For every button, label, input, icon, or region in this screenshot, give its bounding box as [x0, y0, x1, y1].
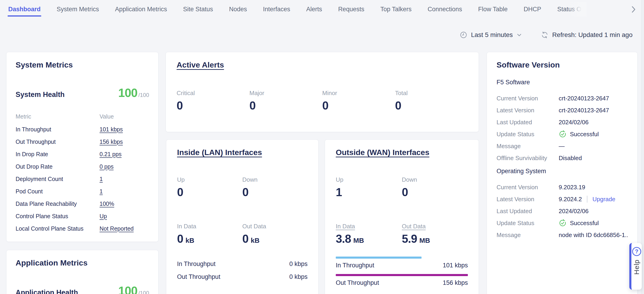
- nav-tab-label: System Metrics: [57, 6, 99, 13]
- interface-data-number: 0: [242, 232, 248, 245]
- system-health-score: 100/100: [118, 86, 149, 100]
- system-health-value: 100: [118, 86, 138, 99]
- interface-updown-stat: Down 0: [402, 176, 468, 199]
- throughput-bar: [336, 274, 468, 276]
- nav-tab-requests[interactable]: Requests: [338, 2, 364, 17]
- software-version-card: Software Version F5 Software Current Ver…: [487, 52, 638, 294]
- nav-tab-interfaces[interactable]: Interfaces: [263, 2, 290, 17]
- nav-tab-connections[interactable]: Connections: [428, 2, 462, 17]
- metric-table-row: Data Plane Reachability 100%: [16, 198, 149, 210]
- application-health-row: Application Health 100/100: [16, 284, 149, 294]
- alert-stat-value: 0: [322, 99, 395, 112]
- application-health-label: Application Health: [16, 288, 78, 294]
- active-alerts-title-link[interactable]: Active Alerts: [176, 60, 224, 69]
- software-row-label: Update Status: [496, 131, 559, 138]
- interface-data-stat: Out Data 0 kB: [242, 223, 308, 245]
- software-row-label: Current Version: [496, 95, 559, 102]
- interface-updown-stat: Up 0: [177, 176, 242, 199]
- metric-table-row: Pod Count 1: [16, 185, 149, 198]
- system-metrics-table-body: In Throughput 101 kbps Out Throughput 15…: [16, 123, 149, 235]
- nav-tab-label: DHCP: [524, 6, 541, 13]
- interface-data-stat: In Data 0 kB: [177, 223, 242, 245]
- metric-value-link[interactable]: Up: [100, 213, 107, 220]
- interface-updown-stat: Up 1: [336, 176, 402, 199]
- interface-data-label[interactable]: Out Data: [402, 223, 426, 230]
- interface-data-value: 5.9 MB: [402, 232, 468, 245]
- metric-value-link[interactable]: 1: [100, 188, 103, 195]
- clock-icon: [460, 31, 467, 39]
- help-question-icon: ?: [632, 247, 642, 256]
- interface-updown-stat: Down 0: [242, 176, 308, 199]
- metric-name: Out Drop Rate: [16, 163, 100, 170]
- nav-tab-status-objects[interactable]: Status Objects: [557, 2, 587, 17]
- lan-interfaces-card: Inside (LAN) Interfaces Up 0 Down 0 In D…: [166, 139, 318, 294]
- lan-interfaces-title-link[interactable]: Inside (LAN) Interfaces: [177, 148, 262, 157]
- metric-name: In Drop Rate: [16, 151, 100, 158]
- software-row-value: crt-20240123-2647: [559, 95, 609, 102]
- nav-tab-label: Application Metrics: [115, 6, 167, 13]
- metric-table-row: Deployment Count 1: [16, 173, 149, 185]
- nav-tab-system-metrics[interactable]: System Metrics: [57, 2, 99, 17]
- nav-tab-dhcp[interactable]: DHCP: [524, 2, 541, 17]
- throughput-label: Out Throughput: [177, 273, 220, 281]
- wan-interfaces-title-link[interactable]: Outside (WAN) Interfaces: [336, 148, 429, 157]
- software-row-value: crt-20240123-2647: [559, 107, 609, 114]
- application-metrics-card: Application Metrics Application Health 1…: [6, 250, 158, 294]
- nav-overflow-button[interactable]: [632, 6, 636, 13]
- nav-tab-top-talkers[interactable]: Top Talkers: [380, 2, 412, 17]
- upgrade-link[interactable]: Upgrade: [592, 196, 615, 203]
- interface-updown-label: Up: [177, 176, 242, 183]
- nav-tab-dashboard[interactable]: Dashboard: [8, 2, 40, 17]
- system-health-max: /100: [138, 92, 149, 98]
- metric-value-link[interactable]: 101 kbps: [100, 126, 123, 133]
- system-health-row: System Health 100/100: [16, 86, 149, 100]
- software-row-value: Successful: [570, 220, 599, 227]
- metric-name: Local Control Plane Status: [16, 225, 100, 232]
- alert-stat: Major 0: [250, 90, 322, 112]
- time-range-selector[interactable]: Last 5 minutes: [460, 31, 521, 39]
- interface-data-unit: MB: [354, 237, 364, 244]
- software-section-heading: Operating System: [496, 168, 628, 175]
- software-row: Current Version 9.2023.19: [496, 181, 628, 193]
- software-row: Current Version crt-20240123-2647: [496, 92, 628, 104]
- help-button[interactable]: ? Help: [629, 243, 642, 290]
- software-row: Latest Version crt-20240123-2647: [496, 104, 628, 116]
- application-metrics-title: Application Metrics: [16, 258, 88, 267]
- metric-table-row: In Throughput 101 kbps: [16, 123, 149, 135]
- system-metrics-table: Metric Value In Throughput 101 kbps Out …: [16, 112, 149, 235]
- refresh-label: Refresh: Updated 1 min ago: [552, 31, 632, 39]
- nav-tab-nodes[interactable]: Nodes: [229, 2, 247, 17]
- alert-stat-value: 0: [250, 99, 322, 112]
- interface-data-label[interactable]: In Data: [336, 223, 355, 230]
- metric-value-link[interactable]: 0 pps: [100, 163, 114, 170]
- interface-data-label: Out Data: [242, 223, 266, 230]
- system-health-label: System Health: [16, 90, 65, 99]
- metric-value-link[interactable]: Not Reported: [100, 225, 134, 232]
- refresh-button[interactable]: Refresh: Updated 1 min ago: [541, 31, 632, 39]
- throughput-value: 101 kbps: [443, 261, 468, 269]
- nav-tab-flow-table[interactable]: Flow Table: [478, 2, 508, 17]
- nav-tab-label: Requests: [338, 6, 364, 13]
- metric-value-link[interactable]: 156 kbps: [100, 138, 123, 145]
- alert-stat-label: Minor: [322, 90, 395, 97]
- nav-tab-application-metrics[interactable]: Application Metrics: [115, 2, 167, 17]
- active-alerts-stats: Critical 0 Major 0 Minor 0 Total 0: [176, 90, 468, 112]
- software-row: Last Updated 2024/02/06: [496, 116, 628, 128]
- metric-value-link[interactable]: 100%: [100, 201, 114, 207]
- metric-value-link[interactable]: 0.21 pps: [100, 151, 122, 158]
- nav-tab-site-status[interactable]: Site Status: [183, 2, 213, 17]
- software-row: Message node with ID 6dc66856-1...: [496, 229, 628, 241]
- throughput-row: Out Throughput 0 kbps: [177, 273, 308, 281]
- software-row-label: Message: [496, 143, 559, 150]
- application-health-score: 100/100: [118, 284, 149, 294]
- software-row: Update Status Successful: [496, 128, 628, 140]
- wan-interfaces-card: Outside (WAN) Interfaces Up 1 Down 0 In …: [325, 139, 479, 294]
- application-health-value: 100: [118, 284, 138, 294]
- nav-tab-alerts[interactable]: Alerts: [306, 2, 322, 17]
- throughput-value: 0 kbps: [289, 260, 308, 268]
- lan-data-stats: In Data 0 kB Out Data 0 kB: [177, 223, 308, 245]
- alert-stat: Total 0: [395, 90, 468, 112]
- metric-value-link[interactable]: 1: [100, 176, 103, 182]
- active-alerts-card: Active Alerts Critical 0 Major 0 Minor 0…: [166, 52, 479, 132]
- wan-throughput: In Throughput 101 kbps Out Throughput 15…: [336, 256, 468, 287]
